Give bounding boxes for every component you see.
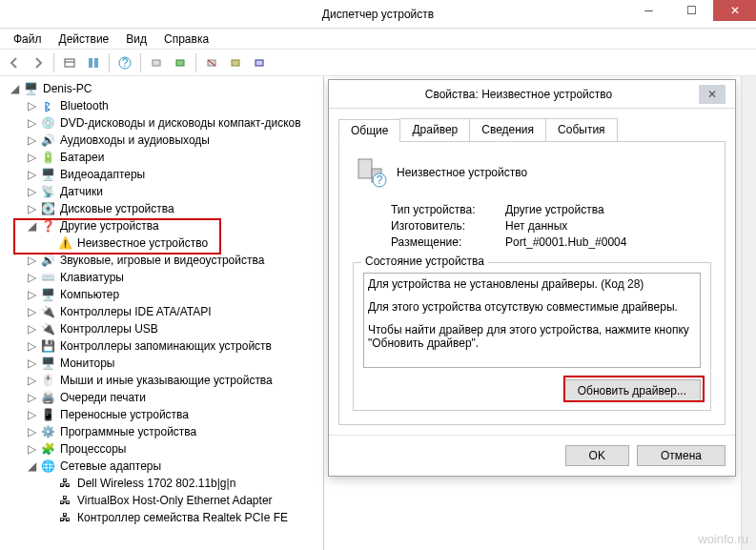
expander-icon[interactable]: ◢ [10, 80, 20, 97]
disc-icon: 💿 [40, 115, 55, 131]
show-hidden-icon[interactable] [59, 52, 80, 73]
tree-root: ◢🖥️Denis-PC [8, 80, 323, 97]
tree-item: ▷📡Датчики [25, 183, 323, 200]
window-controls: ─ ☐ ✕ [627, 0, 756, 21]
tree-item-network: ◢🌐Сетевые адаптеры [25, 458, 323, 475]
help-icon[interactable]: ? [114, 52, 135, 73]
tree-item: ▷🔊Аудиовходы и аудиовыходы [25, 132, 323, 149]
svg-rect-0 [65, 59, 74, 67]
other-devices-icon: ❓ [40, 218, 55, 234]
storage-icon: 💾 [40, 338, 55, 354]
menu-file[interactable]: Файл [6, 31, 50, 48]
computer-icon: 🖥️ [40, 287, 55, 302]
toolbar: ? [0, 50, 756, 76]
svg-rect-12 [358, 159, 372, 178]
tree-item: ▷🔊Звуковые, игровые и видеоустройства [25, 252, 323, 269]
dialog-close-button[interactable]: ✕ [699, 85, 725, 104]
svg-rect-7 [176, 60, 184, 66]
tree-item: ▷🔋Батареи [25, 149, 323, 166]
tree-item: ▷📱Переносные устройства [25, 406, 323, 423]
dialog-title: Свойства: Неизвестное устройство [338, 88, 699, 101]
minimize-button[interactable]: ─ [627, 0, 670, 21]
status-textarea[interactable]: Для устройства не установлены драйверы. … [363, 273, 701, 368]
network-adapter-icon: 🖧 [57, 476, 72, 491]
back-icon[interactable] [4, 52, 25, 73]
disable-icon[interactable] [225, 52, 246, 73]
properties-dialog: Свойства: Неизвестное устройство ✕ Общие… [328, 79, 736, 477]
tree-item-unknown: ·⚠️Неизвестное устройство [42, 234, 323, 252]
scan-icon[interactable] [146, 52, 167, 73]
disk-icon: 💽 [40, 201, 55, 216]
tree-item: ▷💿DVD-дисководы и дисководы компакт-диск… [25, 114, 323, 132]
tree-item: ▷🖥️Видеоадаптеры [25, 166, 323, 183]
tab-events[interactable]: События [545, 118, 618, 141]
tree-item: ·🖧Dell Wireless 1702 802.11b|g|n [42, 475, 323, 492]
ok-button[interactable]: OK [565, 445, 629, 466]
svg-rect-6 [153, 60, 160, 66]
menu-action[interactable]: Действие [51, 31, 117, 48]
sound-icon: 🔊 [40, 253, 55, 268]
device-tree-pane: ◢🖥️Denis-PC ▷Bluetooth ▷💿DVD-дисководы и… [0, 76, 324, 550]
cancel-button[interactable]: Отмена [637, 445, 725, 466]
audio-icon: 🔊 [40, 132, 55, 148]
tree-item: ▷🖥️Компьютер [25, 286, 323, 303]
keyboard-icon: ⌨️ [40, 270, 55, 285]
tree-item: ▷🖥️Мониторы [25, 355, 323, 372]
tab-details[interactable]: Сведения [469, 118, 546, 141]
network-icon: 🌐 [40, 458, 55, 474]
svg-text:?: ? [122, 56, 129, 70]
bluetooth-icon [40, 98, 55, 113]
prop-mfg-value: Нет данных [505, 219, 567, 233]
tree-item: ▷Bluetooth [25, 97, 323, 114]
dialog-footer: OK Отмена [329, 435, 735, 476]
tree-item: ·🖧Контроллер семейства Realtek PCIe FE [42, 509, 323, 526]
tree-item: ▷🔌Контроллеры IDE ATA/ATAPI [25, 303, 323, 320]
svg-rect-10 [232, 60, 239, 66]
tree-item: ▷🖱️Мыши и иные указывающие устройства [25, 372, 323, 389]
tab-general[interactable]: Общие [338, 119, 400, 142]
software-icon: ⚙️ [40, 424, 55, 439]
network-adapter-icon: 🖧 [57, 493, 72, 508]
scrollbar[interactable] [741, 76, 756, 550]
watermark: woinfo.ru [698, 532, 748, 546]
prop-loc-label: Размещение: [391, 235, 505, 249]
titlebar: Диспетчер устройств ─ ☐ ✕ [0, 0, 756, 29]
status-group-label: Состояние устройства [361, 255, 488, 268]
battery-icon: 🔋 [40, 150, 55, 165]
menu-view[interactable]: Вид [118, 31, 154, 48]
prop-mfg-label: Изготовитель: [391, 219, 505, 233]
display-adapter-icon: 🖥️ [40, 167, 55, 182]
menu-help[interactable]: Справка [156, 31, 216, 48]
tree-item: ▷🧩Процессоры [25, 440, 323, 458]
enable-icon[interactable] [249, 52, 270, 73]
tab-strip: Общие Драйвер Сведения События [338, 118, 725, 142]
forward-icon[interactable] [28, 52, 49, 73]
tab-driver[interactable]: Драйвер [399, 118, 470, 141]
svg-rect-3 [94, 58, 98, 68]
prop-type-label: Тип устройства: [391, 203, 505, 216]
warning-icon: ⚠️ [57, 235, 72, 251]
printer-icon: 🖨️ [40, 390, 55, 405]
tree-item: ▷🖨️Очереди печати [25, 389, 323, 406]
update-driver-button[interactable]: Обновить драйвер... [563, 379, 701, 402]
device-big-icon: ? [353, 155, 387, 190]
uninstall-icon[interactable] [201, 52, 222, 73]
properties-icon[interactable] [83, 52, 104, 73]
computer-icon: 🖥️ [23, 81, 38, 96]
svg-rect-11 [255, 60, 263, 66]
device-tree[interactable]: ◢🖥️Denis-PC ▷Bluetooth ▷💿DVD-дисководы и… [0, 80, 323, 526]
maximize-button[interactable]: ☐ [670, 0, 713, 21]
menubar: Файл Действие Вид Справка [0, 29, 756, 50]
portable-icon: 📱 [40, 407, 55, 422]
device-name: Неизвестное устройство [397, 166, 527, 179]
update-driver-icon[interactable] [170, 52, 191, 73]
sensor-icon: 📡 [40, 184, 55, 199]
close-button[interactable]: ✕ [713, 0, 756, 21]
usb-icon: 🔌 [40, 321, 55, 336]
tree-item: ▷💾Контроллеры запоминающих устройств [25, 337, 323, 355]
controller-icon: 🔌 [40, 304, 55, 319]
dialog-titlebar: Свойства: Неизвестное устройство ✕ [329, 80, 735, 109]
monitor-icon: 🖥️ [40, 356, 55, 371]
right-pane: Свойства: Неизвестное устройство ✕ Общие… [324, 76, 756, 550]
tree-item: ·🖧VirtualBox Host-Only Ethernet Adapter [42, 492, 323, 509]
